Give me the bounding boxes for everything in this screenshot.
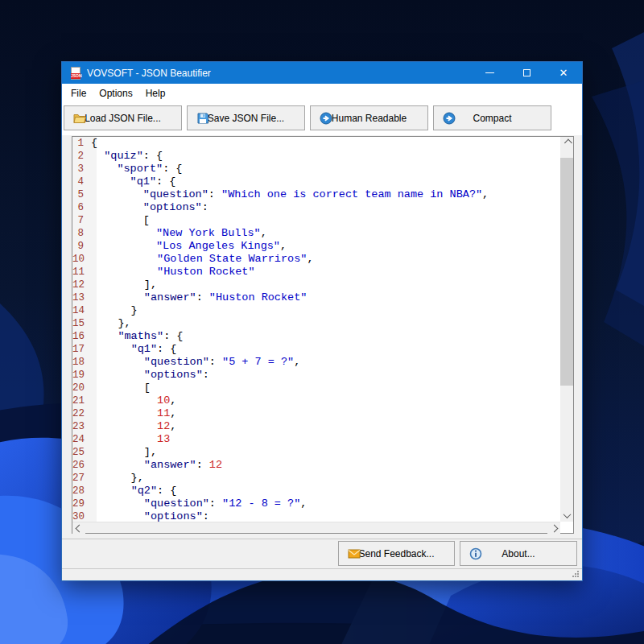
resize-grip[interactable]: [572, 571, 580, 578]
code-line: 30 "options":: [72, 510, 560, 522]
line-number: 14: [72, 304, 92, 317]
vertical-scrollbar[interactable]: [560, 137, 573, 522]
code-line: 25 ],: [72, 446, 560, 459]
app-json-file-icon: JSON: [69, 67, 82, 80]
line-number: 4: [72, 175, 91, 188]
code-line: 12 ],: [72, 279, 560, 291]
info-icon: [469, 547, 482, 560]
line-number: 28: [72, 485, 92, 497]
send-feedback-label: Send Feedback...: [358, 548, 434, 559]
line-number: 27: [72, 472, 92, 485]
code-line: 8 "New York Bulls",: [72, 227, 560, 240]
minimize-button[interactable]: [471, 62, 508, 84]
json-editor[interactable]: 1{2 "quiz": {3 "sport": {4 "q1": {5 "que…: [72, 136, 574, 534]
line-number: 19: [72, 369, 92, 382]
vertical-scroll-thumb[interactable]: [560, 158, 573, 386]
open-folder-icon: [73, 112, 86, 125]
line-number: 18: [72, 356, 92, 369]
code-line: 9 "Los Angeles Kings",: [72, 240, 560, 253]
about-button[interactable]: About...: [460, 541, 577, 566]
code-line: 19 "options":: [72, 369, 560, 382]
chevron-left-icon: [75, 524, 83, 532]
scroll-left-arrow[interactable]: [72, 522, 85, 534]
code-line: 6 "options":: [72, 201, 560, 214]
window-title: VOVSOFT - JSON Beautifier: [87, 68, 211, 79]
app-window: JSON VOVSOFT - JSON Beautifier ✕ File Op…: [61, 61, 583, 581]
close-icon: ✕: [559, 68, 568, 78]
scroll-right-arrow[interactable]: [547, 522, 560, 534]
line-number: 5: [72, 188, 91, 201]
bottom-panel: Send Feedback... About...: [62, 539, 582, 570]
line-number: 3: [72, 163, 91, 175]
line-number: 1: [72, 137, 91, 150]
chevron-right-icon: [550, 524, 558, 532]
close-button[interactable]: ✕: [545, 62, 582, 84]
code-line: 17 "q1": {: [72, 343, 560, 356]
code-line: 26 "answer": 12: [72, 459, 560, 472]
envelope-icon: [348, 547, 361, 560]
menu-file[interactable]: File: [64, 85, 93, 101]
line-number: 20: [72, 382, 92, 394]
code-line: 18 "question": "5 + 7 = ?",: [72, 356, 560, 369]
line-number: 16: [72, 330, 92, 343]
save-json-file-button[interactable]: Save JSON File...: [187, 105, 305, 130]
code-line: 15 },: [72, 317, 560, 330]
line-number: 13: [72, 291, 92, 304]
minimize-icon: [485, 72, 494, 73]
arrow-circle-icon: [320, 112, 332, 125]
menu-options[interactable]: Options: [93, 85, 138, 101]
line-number: 7: [72, 214, 91, 227]
chevron-up-icon: [564, 139, 572, 147]
line-number: 12: [72, 279, 92, 291]
code-line: 11 "Huston Rocket": [72, 266, 560, 279]
line-number: 24: [72, 433, 92, 446]
code-line: 5 "question": "Which one is correct team…: [72, 188, 560, 201]
line-number: 21: [72, 394, 92, 407]
code-lines: 1{2 "quiz": {3 "sport": {4 "q1": {5 "que…: [72, 137, 560, 522]
code-line: 1{: [72, 137, 560, 150]
save-floppy-icon: [196, 112, 209, 125]
code-line: 16 "maths": {: [72, 330, 560, 343]
human-readable-label: Human Readable: [332, 113, 407, 124]
menubar: File Options Help: [62, 84, 582, 102]
load-json-file-button[interactable]: Load JSON File...: [64, 105, 182, 130]
code-line: 10 "Golden State Warriros",: [72, 253, 560, 266]
code-line: 23 12,: [72, 420, 560, 433]
scroll-down-arrow[interactable]: [560, 510, 573, 522]
line-number: 17: [72, 343, 92, 356]
about-label: About...: [502, 548, 535, 559]
menu-help[interactable]: Help: [139, 85, 172, 101]
status-bar: [62, 568, 582, 580]
code-line: 27 },: [72, 472, 560, 485]
scroll-up-arrow[interactable]: [560, 137, 573, 149]
send-feedback-button[interactable]: Send Feedback...: [338, 541, 455, 566]
line-number: 10: [72, 253, 92, 266]
code-line: 7 [: [72, 214, 560, 227]
code-line: 4 "q1": {: [72, 175, 560, 188]
maximize-button[interactable]: [508, 62, 545, 84]
code-line: 24 13: [72, 433, 560, 446]
titlebar[interactable]: JSON VOVSOFT - JSON Beautifier ✕: [62, 62, 582, 84]
line-number: 26: [72, 459, 92, 472]
line-number: 30: [72, 510, 92, 522]
compact-button[interactable]: Compact: [433, 105, 551, 130]
line-number: 29: [72, 497, 92, 510]
code-line: 13 "answer": "Huston Rocket": [72, 291, 560, 304]
code-line: 29 "question": "12 - 8 = ?",: [72, 497, 560, 510]
code-line: 21 10,: [72, 394, 560, 407]
toolbar: Load JSON File... Save JSON File... Hu: [62, 102, 582, 135]
chevron-down-icon: [563, 510, 571, 518]
code-line: 28 "q2": {: [72, 485, 560, 497]
code-line: 22 11,: [72, 407, 560, 420]
line-number: 11: [72, 266, 92, 279]
arrow-circle-icon: [443, 112, 456, 125]
horizontal-scrollbar[interactable]: [72, 522, 560, 533]
code-line: 20 [: [72, 382, 560, 394]
maximize-icon: [523, 69, 530, 76]
code-line: 3 "sport": {: [72, 163, 560, 175]
line-number: 2: [72, 150, 91, 163]
human-readable-button[interactable]: Human Readable: [310, 105, 428, 130]
line-number: 25: [72, 446, 92, 459]
code-line: 2 "quiz": {: [72, 150, 560, 163]
compact-label: Compact: [473, 113, 511, 124]
